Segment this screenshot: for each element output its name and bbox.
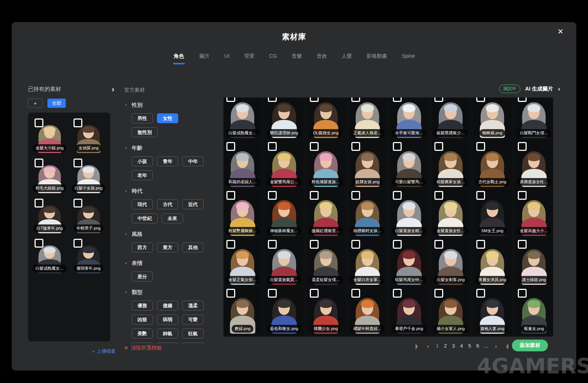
tab-CG[interactable]: CG — [269, 53, 277, 64]
asset-card[interactable]: 銀髮黑禮服少… — [431, 97, 470, 138]
pagination-page-4[interactable]: 4 — [458, 343, 465, 349]
pagination-page-5[interactable]: 5 — [466, 343, 473, 349]
filter-tag-東方[interactable]: 東方 — [157, 242, 178, 252]
asset-card[interactable]: OL狐狸女.png — [307, 97, 345, 138]
checkbox[interactable] — [268, 142, 277, 151]
filter-tag-西方[interactable]: 西方 — [132, 242, 153, 252]
checkbox[interactable] — [310, 142, 319, 151]
checkbox[interactable] — [35, 159, 43, 167]
asset-card[interactable]: 橘髮年輕貴婦… — [348, 287, 387, 334]
all-filter-button[interactable]: 全部 — [47, 99, 66, 108]
filter-tag-青年[interactable]: 青年 — [157, 156, 178, 166]
checkbox[interactable] — [518, 191, 527, 200]
checkbox[interactable] — [351, 240, 360, 249]
tab-音效[interactable]: 音效 — [317, 53, 327, 64]
checkbox[interactable] — [268, 191, 277, 200]
pagination-page-3[interactable]: 3 — [450, 343, 457, 349]
checkbox[interactable] — [310, 240, 319, 249]
asset-card[interactable]: 粉髮艷麗舞孃… — [223, 189, 262, 236]
asset-card[interactable]: 蜘蛛娘.png — [473, 97, 512, 138]
filter-tag-優雅[interactable]: 優雅 — [132, 301, 153, 311]
checkbox[interactable] — [226, 191, 235, 200]
filter-tag-中年[interactable]: 中年 — [182, 156, 204, 166]
chevron-right-icon[interactable]: › — [558, 85, 560, 93]
checkbox[interactable] — [35, 199, 43, 208]
asset-card[interactable]: 溫柔短髮女僕… — [307, 238, 345, 285]
tab-音樂[interactable]: 音樂 — [292, 53, 302, 64]
asset-card[interactable]: 白髮貴族氣質… — [265, 238, 303, 285]
checkbox[interactable] — [518, 97, 527, 102]
asset-card[interactable]: 金髮高傲大小… — [515, 189, 553, 236]
filter-tag-病弱[interactable]: 病弱 — [157, 315, 178, 325]
asset-card[interactable]: 粉色捲髮貴族… — [307, 140, 345, 187]
pagination-last-button[interactable]: ›| — [502, 343, 512, 349]
checkbox[interactable] — [518, 142, 527, 151]
asset-card[interactable]: 棕髮農家女孩… — [431, 140, 470, 187]
filter-tag-古代[interactable]: 古代 — [157, 199, 178, 209]
tab-人聲[interactable]: 人聲 — [342, 53, 352, 64]
checkbox[interactable] — [35, 118, 43, 127]
checkbox[interactable] — [518, 240, 527, 249]
asset-card[interactable]: 傲嬌紅禮服皇… — [307, 189, 345, 236]
asset-card[interactable]: 白髮成熟魔女… — [223, 97, 262, 138]
asset-card[interactable]: 粉毛大姐姐.png — [32, 156, 68, 193]
expand-chevron-icon[interactable]: › — [112, 85, 114, 93]
checkbox[interactable] — [476, 191, 485, 200]
asset-card[interactable]: 純樸鄉村女孩… — [348, 189, 387, 236]
tab-角色[interactable]: 角色 — [173, 53, 185, 64]
checkbox[interactable] — [268, 289, 277, 298]
filter-tag-中世紀[interactable]: 中世紀 — [132, 213, 158, 223]
checkbox[interactable] — [74, 118, 82, 127]
checkbox[interactable] — [476, 97, 485, 102]
checkbox[interactable] — [310, 191, 319, 200]
pagination-page-2[interactable]: 2 — [442, 343, 449, 349]
asset-card[interactable]: 瘦弱青年.png — [71, 237, 107, 273]
filter-tag-差分[interactable]: 差分 — [132, 272, 153, 281]
filter-tag-其他[interactable]: 其他 — [182, 242, 204, 252]
asset-card[interactable]: 白髮小女孩.png — [71, 156, 107, 193]
asset-card[interactable]: 報童女.png — [515, 287, 553, 334]
tab-影格動畫[interactable]: 影格動畫 — [367, 53, 387, 64]
filter-tag-男性[interactable]: 男性 — [132, 113, 153, 123]
asset-card[interactable]: 嬌小女軍人.png — [431, 287, 470, 334]
checkbox[interactable] — [268, 97, 277, 102]
checkbox[interactable] — [226, 240, 235, 249]
checkbox[interactable] — [434, 142, 443, 151]
asset-card[interactable]: 醫院護理師.png — [265, 97, 303, 138]
checkbox[interactable] — [393, 240, 402, 249]
filter-tag-溫柔[interactable]: 溫柔 — [182, 301, 204, 311]
asset-card[interactable]: 美麗女演員.png — [473, 238, 512, 285]
asset-card[interactable]: 年輕男子.png — [71, 196, 107, 233]
checkbox[interactable] — [226, 289, 235, 298]
clear-selected-tags-button[interactable]: × 清除所選標籤 — [124, 344, 162, 352]
checkbox[interactable] — [393, 289, 402, 298]
asset-card[interactable]: 金髮貴族女性… — [431, 189, 470, 236]
pagination-page-6[interactable]: 6 — [474, 343, 481, 349]
asset-card[interactable]: 金髮雙馬尾公… — [265, 140, 303, 187]
asset-card[interactable]: 農婦.png — [223, 287, 262, 334]
checkbox[interactable] — [310, 97, 319, 102]
checkbox[interactable] — [434, 191, 443, 200]
checkbox[interactable] — [434, 240, 443, 249]
pagination-next-button[interactable]: › — [490, 343, 501, 349]
asset-card[interactable]: 可愛白髮雙馬… — [390, 140, 428, 187]
checkbox[interactable] — [226, 142, 235, 151]
checkbox[interactable] — [476, 240, 485, 249]
filter-tag-小孩[interactable]: 小孩 — [132, 156, 153, 166]
filter-tag-傲嬌[interactable]: 傲嬌 — [157, 301, 178, 311]
add-asset-button[interactable]: 添加素材 — [512, 340, 548, 351]
asset-card[interactable]: 金髮正氣女劍… — [223, 238, 262, 285]
checkbox[interactable] — [518, 289, 527, 298]
asset-card[interactable]: 棕髮馬尾女特… — [390, 238, 428, 285]
checkbox[interactable] — [35, 239, 43, 248]
checkbox[interactable] — [351, 97, 360, 102]
asset-card[interactable]: 旗袍人妻.png — [473, 287, 512, 334]
asset-card[interactable]: 神秘森林魔女… — [265, 189, 303, 236]
pagination-prev-button[interactable]: ‹ — [422, 343, 433, 349]
filter-tag-現代[interactable]: 現代 — [132, 199, 153, 209]
filter-tag-未來[interactable]: 未來 — [162, 213, 183, 223]
checkbox[interactable] — [393, 97, 402, 102]
checkbox[interactable] — [434, 289, 443, 298]
asset-card[interactable]: 白髮貴族女精… — [390, 189, 428, 236]
asset-card[interactable]: 水手服可愛海… — [390, 97, 428, 138]
